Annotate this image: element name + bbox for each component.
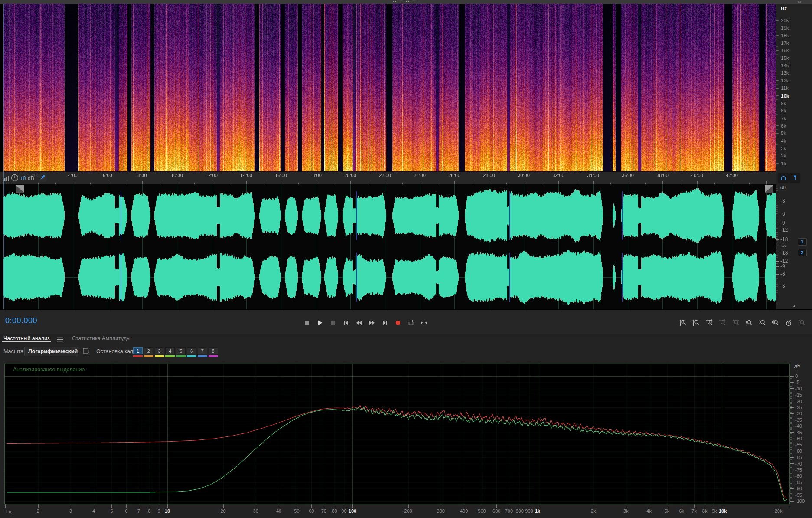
panel-menu-chevron-icon[interactable] bbox=[797, 0, 802, 4]
spectral-minor-tick bbox=[776, 122, 778, 122]
tab-amplitude-statistics[interactable]: Статистика Амплитуды bbox=[72, 335, 130, 341]
channel-button-2[interactable]: 2 bbox=[798, 249, 807, 256]
hold-frame-button-5[interactable]: 5 bbox=[176, 347, 186, 354]
wave-minor-tick bbox=[776, 255, 778, 256]
zoom-out-horizontal-button[interactable] bbox=[717, 318, 728, 328]
plot-db-tick bbox=[790, 482, 794, 482]
zoom-reset-button[interactable] bbox=[730, 318, 741, 328]
plot-freq-edge-tick bbox=[5, 504, 6, 508]
spectrogram-view[interactable] bbox=[3, 4, 776, 171]
plot-db-tick bbox=[790, 437, 792, 438]
spectral-tick-label: 12k bbox=[781, 78, 789, 83]
wave-minor-tick bbox=[776, 218, 778, 218]
scale-dropdown[interactable]: Логарифмический bbox=[24, 347, 78, 356]
monitor-headphones-button[interactable] bbox=[778, 173, 789, 183]
rewind-button[interactable] bbox=[353, 318, 365, 328]
plot-freq-tick bbox=[279, 504, 279, 508]
time-display[interactable]: 0:00.000 bbox=[5, 316, 37, 325]
timer-button[interactable] bbox=[783, 318, 794, 328]
plot-db-tick bbox=[790, 493, 792, 494]
panel-grip-handle[interactable] bbox=[392, 1, 419, 3]
zoom-out-point-button[interactable] bbox=[757, 318, 768, 328]
plot-db-label: -80 bbox=[795, 473, 802, 479]
loop-playback-button[interactable] bbox=[405, 318, 417, 328]
plot-db-tick bbox=[790, 471, 792, 471]
spectral-minor-tick bbox=[776, 129, 778, 130]
plot-db-tick bbox=[790, 422, 792, 423]
hold-frame-button-7[interactable]: 7 bbox=[198, 347, 207, 354]
plot-freq-label: 3k bbox=[623, 508, 629, 514]
plot-db-label: -100 bbox=[795, 498, 805, 504]
copy-graph-icon[interactable] bbox=[82, 348, 90, 355]
spectral-minor-tick bbox=[776, 32, 778, 32]
wave-minor-tick bbox=[776, 249, 778, 249]
hold-frame-button-2[interactable]: 2 bbox=[144, 347, 153, 354]
hold-frame-button-3[interactable]: 3 bbox=[155, 347, 164, 354]
pin-playhead-button[interactable] bbox=[38, 173, 47, 182]
playhead-line[interactable] bbox=[3, 4, 4, 309]
plot-db-tick bbox=[790, 445, 794, 445]
spectral-minor-tick bbox=[776, 99, 778, 100]
hold-frame-button-6[interactable]: 6 bbox=[187, 347, 196, 354]
plot-db-tick bbox=[790, 480, 792, 480]
spectral-minor-tick bbox=[776, 107, 778, 107]
plot-freq-tick bbox=[344, 504, 344, 508]
record-button[interactable] bbox=[392, 318, 404, 328]
plot-db-tick bbox=[790, 403, 792, 404]
marker-pin-icon bbox=[792, 174, 799, 181]
hold-frame-button-4[interactable]: 4 bbox=[165, 347, 175, 354]
plot-freq-label: 2k bbox=[591, 508, 596, 514]
skip-end-button[interactable] bbox=[379, 318, 391, 328]
plot-freq-label: 5k bbox=[665, 508, 670, 514]
spectral-tick bbox=[776, 111, 779, 111]
wave-db-label: -6 bbox=[780, 211, 785, 216]
spectral-scale-unit: Hz bbox=[781, 6, 787, 11]
zoom-in-horizontal-button[interactable] bbox=[704, 318, 715, 328]
wave-tick bbox=[776, 239, 779, 240]
move-playhead-button[interactable] bbox=[418, 318, 430, 328]
pause-button[interactable] bbox=[327, 318, 339, 328]
chevron-down-icon bbox=[71, 351, 75, 353]
play-button[interactable] bbox=[314, 318, 326, 328]
zoom-out-vertical-button[interactable] bbox=[691, 318, 702, 328]
wave-db-label: -3 bbox=[780, 198, 785, 203]
frequency-analysis-plot[interactable] bbox=[4, 364, 790, 504]
marker-pin-button[interactable] bbox=[789, 173, 800, 183]
spectral-minor-tick bbox=[776, 62, 778, 62]
wave-db-label: -9 bbox=[780, 220, 785, 226]
zoom-in-point-button[interactable] bbox=[744, 318, 755, 328]
clock-knob-icon[interactable] bbox=[11, 174, 19, 182]
gain-value[interactable]: +0 bbox=[20, 175, 26, 181]
waveform-view[interactable] bbox=[3, 184, 776, 309]
scale-scroll-up-arrow[interactable]: ▲ bbox=[792, 304, 796, 308]
panel-menu-icon[interactable] bbox=[57, 337, 63, 342]
plot-freq-label: 80 bbox=[332, 508, 337, 514]
plot-freq-label: 20 bbox=[220, 508, 225, 514]
move-playhead-icon bbox=[421, 319, 427, 326]
zoom-selection-icon bbox=[772, 319, 779, 326]
tab-frequency-analysis[interactable]: Частотный анализ bbox=[3, 335, 50, 341]
spectral-minor-tick bbox=[776, 77, 778, 77]
fast-forward-button[interactable] bbox=[366, 318, 378, 328]
wave-minor-tick bbox=[776, 257, 778, 258]
plot-freq-label: 3 bbox=[69, 508, 72, 514]
time-tick bbox=[766, 181, 767, 184]
time-tick bbox=[316, 181, 316, 184]
spectral-tick bbox=[776, 20, 779, 21]
plot-db-label: -65 bbox=[795, 455, 802, 460]
corner-grip-icon-left[interactable] bbox=[16, 185, 24, 193]
zoom-selection-button[interactable] bbox=[770, 318, 781, 328]
zoom-full-button[interactable] bbox=[796, 318, 808, 328]
corner-grip-icon-right[interactable] bbox=[765, 185, 773, 193]
plot-db-tick bbox=[790, 462, 792, 462]
hold-frame-button-8[interactable]: 8 bbox=[209, 347, 218, 354]
plot-db-tick bbox=[790, 492, 792, 492]
hold-frame-button-1[interactable]: 1 bbox=[133, 347, 143, 354]
stop-button[interactable] bbox=[301, 318, 313, 328]
time-label: 16:00 bbox=[275, 173, 287, 178]
zoom-in-vertical-button[interactable] bbox=[677, 318, 688, 328]
plot-db-tick bbox=[790, 441, 792, 441]
skip-start-button[interactable] bbox=[340, 318, 352, 328]
spectral-tick-label: 20k bbox=[781, 18, 789, 23]
channel-button-1[interactable]: 1 bbox=[798, 238, 807, 246]
